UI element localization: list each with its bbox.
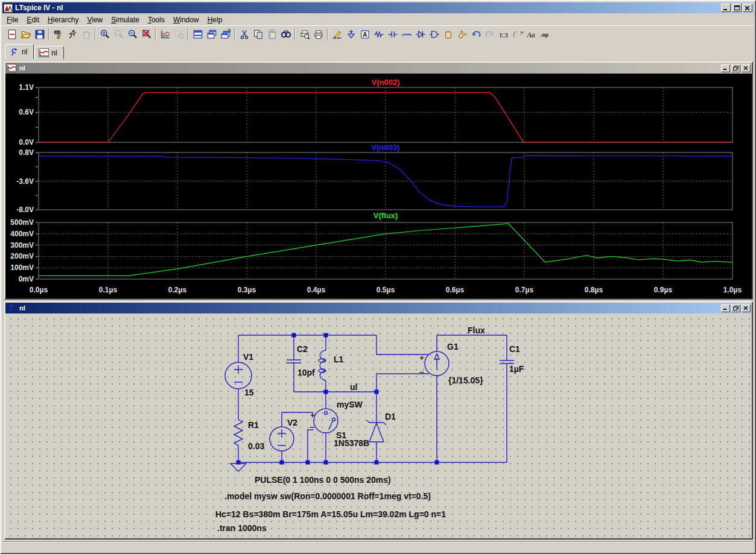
close-button[interactable] [743,4,752,12]
y-tick-label: 500mV [10,218,34,227]
menu-item-view[interactable]: View [83,14,107,25]
rotate-button[interactable]: E [510,27,524,41]
zoom-in-button[interactable] [98,27,112,41]
schematic-label-L1[interactable]: L1 [334,354,344,364]
copy-button[interactable] [251,27,265,41]
label-net-button[interactable]: A [358,27,372,41]
component-V1[interactable] [225,362,252,389]
ground-symbol[interactable] [230,464,246,471]
plot-pane-V(flux)[interactable]: 500mV400mV300mV200mV100mV0mVV(flux) [10,211,732,283]
schematic-label-10pf[interactable]: 10pf [297,368,315,377]
schematic-wires[interactable] [238,335,507,462]
cut-button[interactable] [237,27,251,41]
component-L1[interactable] [319,350,326,380]
schematic-label-C1[interactable]: C1 [509,344,520,354]
plot-pane-V(n003)[interactable]: 0.8V-3.6V-8.0VV(n003) [16,143,732,214]
waveform-window-titlebar[interactable]: nl [5,63,752,74]
schematic-minimize-button[interactable] [721,304,730,312]
trace-label-V(n002)[interactable]: V(n002) [372,78,400,87]
component-R1[interactable] [234,417,243,450]
waveform-minimize-button[interactable] [721,65,730,72]
schematic-label-1N5378B[interactable]: 1N5378B [334,438,369,448]
component-G1[interactable]: +− [419,351,449,377]
print-button[interactable] [311,27,325,41]
component-C1[interactable] [500,360,514,364]
menu-item-file[interactable]: File [2,14,22,25]
maximize-button[interactable] [732,4,742,12]
ground-button[interactable] [344,27,358,41]
diode-button[interactable] [413,27,427,41]
inductor-button[interactable] [399,27,413,41]
arrange-windows-button[interactable] [218,27,232,41]
tile-windows-button[interactable] [191,27,205,41]
spice-directive-button[interactable]: .op [538,27,552,41]
component-V2[interactable] [270,427,294,451]
schematic-label-0.03[interactable]: 0.03 [248,441,264,451]
main-titlebar[interactable]: LTspice IV - nl [2,2,754,13]
drag-button[interactable] [455,27,469,41]
tab-schematic-nl[interactable]: nl [5,44,34,59]
open-button[interactable] [19,27,33,41]
schematic-label-Flux[interactable]: Flux [468,326,485,335]
capacitor-button[interactable] [386,27,399,41]
schematic-label-G1[interactable]: G1 [447,342,459,351]
wire[interactable] [308,430,314,462]
wire-junction [324,333,328,338]
component-C2[interactable] [287,360,301,363]
waveform-plot-area[interactable]: 1.1V0.6V0.0VV(n002)0.8V-3.6V-8.0VV(n003)… [5,74,752,298]
schematic-label-mySW[interactable]: mySW [337,400,363,409]
find-button[interactable] [279,27,293,41]
schematic-label-D1[interactable]: D1 [385,412,396,421]
mirror-button[interactable]: EE [497,27,510,41]
spice-directive-text[interactable]: .model mysw sw(Ron=0.0000001 Roff=1meg v… [224,491,431,501]
wire-button[interactable] [330,27,344,41]
component-S1[interactable]: +− [310,409,338,433]
schematic-restore-button[interactable] [731,304,740,312]
menu-item-tools[interactable]: Tools [144,14,169,25]
component-button[interactable] [427,27,441,41]
control-panel-button[interactable] [51,27,65,41]
waveform-close-button[interactable] [742,65,751,72]
text-button[interactable]: Aa [524,27,538,41]
spice-directive-text[interactable]: Hc=12 Bs=380m Br=175m A=15.05u Lm=39.02m… [215,509,446,519]
waveform-restore-button[interactable] [731,65,740,72]
move-button[interactable] [441,27,455,41]
autorange-y-button[interactable] [158,27,172,41]
schematic-canvas[interactable]: +−+−V115R10.03V2C210pfL1mySWS1D11N5378BG… [5,313,752,538]
trace-label-V(n003)[interactable]: V(n003) [372,143,400,152]
toolbar-separator [188,28,189,40]
schematic-label-C2[interactable]: C2 [297,344,308,354]
schematic-window-titlebar[interactable]: nl [5,303,752,313]
menu-item-window[interactable]: Window [169,14,203,25]
schematic-label-ul[interactable]: ul [350,382,357,392]
schematic-label-V2[interactable]: V2 [287,418,297,427]
plot-pane-V(n002)[interactable]: 1.1V0.6V0.0VV(n002) [19,78,732,146]
toolbar-separator [48,28,49,40]
resistor-button[interactable] [372,27,386,41]
minimize-button[interactable] [721,4,731,12]
wire[interactable] [376,335,429,354]
menu-item-help[interactable]: Help [203,14,227,25]
trace-label-V(flux)[interactable]: V(flux) [373,211,398,220]
run-button[interactable] [65,27,79,41]
zoom-out-button[interactable] [125,27,139,41]
schematic-label-1µF[interactable]: 1µF [509,364,524,374]
schematic-close-button[interactable] [742,304,751,312]
schematic-label-R1[interactable]: R1 [248,420,259,430]
zoom-full-button[interactable] [139,27,153,41]
menu-item-simulate[interactable]: Simulate [107,14,144,25]
component-D1[interactable] [367,420,386,442]
menu-item-edit[interactable]: Edit [22,14,43,25]
spice-directive-text[interactable]: .tran 1000ns [217,523,267,533]
schematic-label-15[interactable]: 15 [244,388,254,397]
menu-item-hierarchy[interactable]: Hierarchy [43,14,83,25]
print-preview-button[interactable] [297,27,311,41]
undo-button[interactable] [469,27,483,41]
new-schematic-button[interactable] [5,27,19,41]
cascade-windows-button[interactable] [205,27,218,41]
schematic-label-V1[interactable]: V1 [243,352,253,362]
save-button[interactable] [33,27,46,41]
spice-directive-text[interactable]: PULSE(0 1 100ns 0 0 500ns 20ms) [255,475,391,485]
tab-waveform-nl[interactable]: nl [34,46,63,59]
schematic-label-{1/15.05}[interactable]: {1/15.05} [448,376,483,385]
